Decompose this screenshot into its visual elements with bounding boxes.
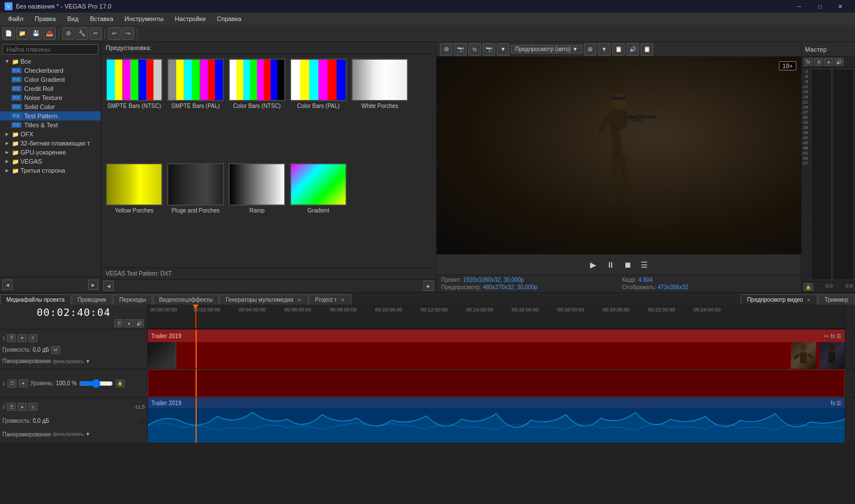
menu-insert[interactable]: Вставка <box>84 14 119 23</box>
tree-item-titlestext[interactable]: FX Titles & Text <box>0 120 101 130</box>
preview-camera-btn[interactable]: 📷 <box>454 43 467 56</box>
tree-item-colorgradient[interactable]: FX Color Gradient <box>0 75 101 84</box>
preview-paste-btn[interactable]: 📋 <box>641 43 653 56</box>
render-button[interactable]: 📤 <box>43 27 56 40</box>
tab-trimmer[interactable]: Триммер <box>818 294 854 305</box>
preview-mode-select[interactable]: Предпросмотр (авто) ▼ <box>511 45 582 53</box>
track-1-filter-label[interactable]: фильтровать <box>53 359 84 364</box>
preset-yellow-porches[interactable]: Yellow Porches <box>106 163 163 263</box>
preview-snapshot-btn[interactable]: 📷 <box>483 43 495 56</box>
properties-button[interactable]: 🔧 <box>76 27 88 40</box>
preset-nav-right[interactable]: ► <box>424 281 434 291</box>
master-fx-btn[interactable]: fx <box>804 58 813 66</box>
search-input[interactable] <box>2 44 98 55</box>
track-1-icon-btn[interactable]: ☰ <box>7 334 16 342</box>
track-2-level-slider[interactable] <box>79 379 113 388</box>
tree-item-ofx[interactable]: ► 📁 OFX <box>0 130 101 139</box>
master-record-btn[interactable]: ● <box>824 58 833 66</box>
track-3-filter-label[interactable]: фильтровать <box>53 431 84 437</box>
tab-transitions[interactable]: Переходы <box>113 294 152 305</box>
open-button[interactable]: 📁 <box>16 27 28 40</box>
preset-color-bars-ntsc[interactable]: Color Bars (NTSC) <box>229 59 285 159</box>
tab-project-close[interactable]: ✕ <box>341 297 345 303</box>
preset-pluge-porches[interactable]: Pluge and Porches <box>167 163 224 263</box>
preset-ramp[interactable]: Ramp <box>229 163 285 263</box>
tree-item-vegas[interactable]: ► 📁 VEGAS <box>0 157 101 166</box>
preset-nav-left[interactable]: ◄ <box>103 281 114 291</box>
track-btn-2[interactable]: ● <box>124 319 134 327</box>
lock-button[interactable]: 🔒 <box>804 283 813 291</box>
tab-media[interactable]: Медиафайлы проекта <box>0 294 71 305</box>
save-button[interactable]: 💾 <box>30 27 42 40</box>
track-btn-1[interactable]: ☰ <box>114 319 123 327</box>
menu-button[interactable]: ☰ <box>638 259 651 271</box>
tab-videofx[interactable]: Видеоспецэффекты <box>153 294 219 305</box>
track-3-waveform-area[interactable] <box>148 408 845 443</box>
tab-project[interactable]: Project т ✕ <box>309 294 351 305</box>
track-2-body[interactable] <box>148 369 845 397</box>
close-button[interactable]: ✕ <box>830 0 850 13</box>
preview-grid-dropdown[interactable]: ▼ <box>598 43 611 56</box>
track-btn-3[interactable]: 🔊 <box>135 319 144 327</box>
redo-button[interactable]: ↪ <box>122 27 134 40</box>
tree-item-gpu[interactable]: ► 📁 GPU-ускорение <box>0 148 101 157</box>
tree-item-solidcolor[interactable]: FX Solid Color <box>0 102 101 111</box>
menu-tools[interactable]: Инструменты <box>119 14 169 23</box>
maximize-button[interactable]: □ <box>810 0 830 13</box>
master-speaker-btn[interactable]: 🔊 <box>835 58 844 66</box>
tree-item-thirdparty[interactable]: ► 📁 Третья сторона <box>0 166 101 175</box>
menu-help[interactable]: Справка <box>211 14 247 23</box>
new-button[interactable]: 📄 <box>2 27 15 40</box>
preset-smpte-ntsc[interactable]: SMPTE Bars (NTSC) <box>106 59 163 159</box>
track-1-clip-body[interactable] <box>148 342 845 369</box>
preview-audio-btn[interactable]: 🔊 <box>626 43 639 56</box>
menu-edit[interactable]: Правка <box>29 14 61 23</box>
clip-menu-icon[interactable]: ☰ <box>836 333 841 339</box>
undo-button[interactable]: ↩ <box>108 27 121 40</box>
nav-left-arrow[interactable]: ◄ <box>2 280 13 290</box>
play-button[interactable]: ▶ <box>587 259 600 271</box>
preview-dropdown-btn[interactable]: ▼ <box>497 43 509 56</box>
preset-gradient[interactable]: Gradient <box>290 163 347 263</box>
preview-grid-btn[interactable]: ⊞ <box>584 43 596 56</box>
tree-item-testpattern[interactable]: FX Test Pattern <box>0 111 101 120</box>
tab-preview-video[interactable]: Предпросмотр видео ✕ <box>741 294 817 305</box>
tree-item-all[interactable]: ▼ 📁 Все <box>0 57 101 66</box>
track-2-mute-btn[interactable]: ● <box>19 380 28 388</box>
tab-preview-close[interactable]: ✕ <box>807 297 811 303</box>
pause-button[interactable]: ⏸ <box>604 259 617 271</box>
tab-generators[interactable]: Генераторы мультимедиа ✕ <box>219 294 308 305</box>
track-3-icon-btn[interactable]: ☰ <box>7 403 16 411</box>
stop-button[interactable]: ⏹ <box>621 259 634 271</box>
tree-item-noisetexture[interactable]: FX Noise Texture <box>0 93 101 102</box>
track-1-mute-btn[interactable]: ● <box>18 334 27 342</box>
tab-generators-close[interactable]: ✕ <box>297 297 302 303</box>
menu-view[interactable]: Вид <box>61 14 84 23</box>
tab-explorer[interactable]: Проводник <box>72 294 113 305</box>
preview-copy-btn[interactable]: 📋 <box>612 43 625 56</box>
edit-button[interactable]: ✂ <box>89 27 102 40</box>
track-1-mute-toggle[interactable]: M <box>51 346 60 354</box>
track-2-icon-btn[interactable]: ☰ <box>7 380 16 388</box>
track-3-mute-btn[interactable]: ● <box>18 403 27 411</box>
menu-file[interactable]: Файл <box>2 14 29 23</box>
preset-color-bars-pal[interactable]: Color Bars (PAL) <box>290 59 347 159</box>
track-1-solo-btn[interactable]: S <box>28 334 38 342</box>
tree-item-creditroll[interactable]: FX Credit Roll <box>0 84 101 93</box>
preview-fx-btn[interactable]: fx <box>468 43 481 56</box>
preset-white-porches[interactable]: White Porches <box>351 59 408 159</box>
clip-trim-icon[interactable]: ⊢ <box>824 333 829 339</box>
track-2-lock-btn[interactable]: 🔒 <box>115 380 124 388</box>
audio-menu-icon[interactable]: ☰ <box>836 400 841 406</box>
master-settings-btn[interactable]: ⚙ <box>814 58 823 66</box>
clip-fx-icon[interactable]: fx <box>831 333 835 339</box>
settings-button[interactable]: ⚙ <box>62 27 74 40</box>
audio-fx-icon[interactable]: fx <box>831 400 835 406</box>
tree-item-32bit[interactable]: ► 📁 32-битная плавающая т <box>0 139 101 148</box>
menu-settings[interactable]: Настройки <box>169 14 211 23</box>
nav-right-arrow[interactable]: ► <box>88 280 98 290</box>
tree-item-checkerboard[interactable]: FX Checkerboard <box>0 66 101 75</box>
preview-settings-btn[interactable]: ⚙ <box>440 43 453 56</box>
preset-smpte-pal[interactable]: SMPTE Bars (PAL) <box>167 59 224 159</box>
minimize-button[interactable]: ─ <box>789 0 810 13</box>
